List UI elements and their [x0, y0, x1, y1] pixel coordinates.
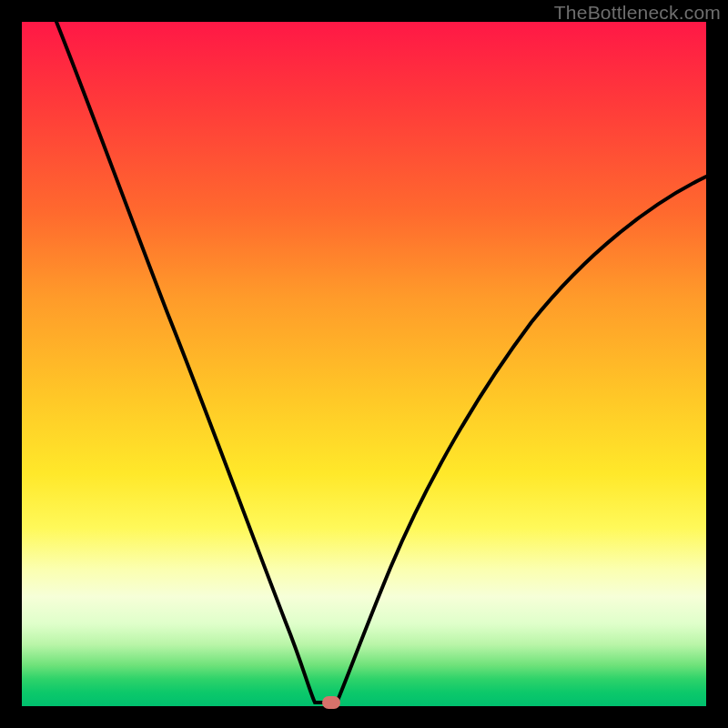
curve-path: [56, 22, 706, 703]
chart-frame: TheBottleneck.com: [0, 0, 728, 728]
bottleneck-curve: [22, 22, 706, 706]
optimal-marker: [322, 696, 340, 709]
attribution-text: TheBottleneck.com: [554, 2, 721, 24]
plot-area: [22, 22, 706, 706]
